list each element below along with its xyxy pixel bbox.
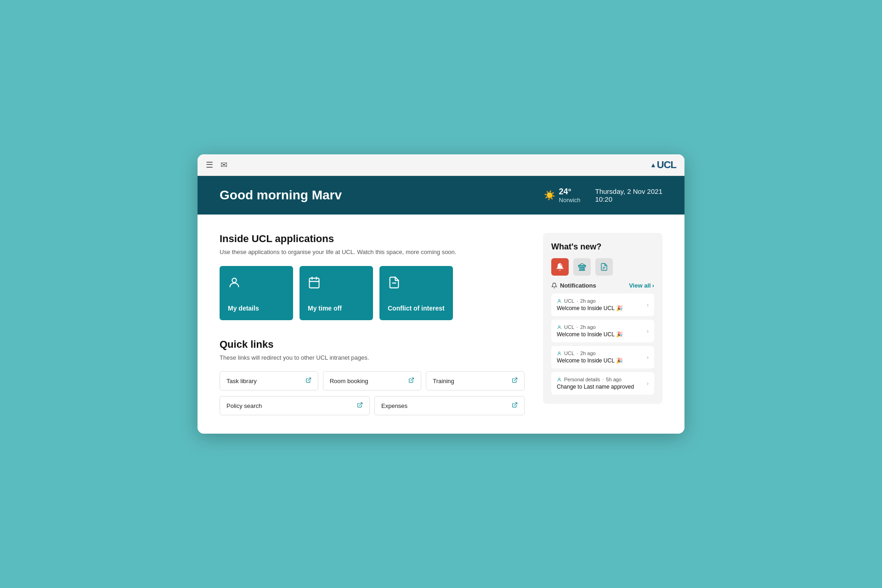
training-external-icon <box>512 377 518 384</box>
expenses-link[interactable]: Expenses <box>374 396 525 415</box>
notification-item-4[interactable]: Personal details · 5h ago Change to Last… <box>551 372 654 395</box>
notif-message-4: Change to Last name approved <box>557 384 647 390</box>
app-cards: My details My time off <box>220 266 525 320</box>
date-text: Thursday, 2 Nov 2021 <box>595 187 662 195</box>
room-booking-external-icon <box>408 377 414 384</box>
browser-toolbar: ☰ ✉ ▲ UCL <box>198 154 684 176</box>
notif-content-4: Personal details · 5h ago Change to Last… <box>557 377 647 390</box>
svg-point-23 <box>559 378 560 379</box>
chevron-right-icon: › <box>652 282 654 289</box>
greeting-text: Good morning Marv <box>220 188 342 203</box>
policy-search-external-icon <box>357 402 363 409</box>
svg-rect-17 <box>583 267 584 271</box>
notif-time-text-2: 2h ago <box>580 324 596 330</box>
task-library-external-icon <box>305 377 311 384</box>
notifications-tab[interactable]: ! <box>551 258 569 276</box>
notifications-label: Notifications <box>551 282 596 289</box>
notif-time-1: · <box>577 298 578 304</box>
svg-rect-16 <box>582 267 582 271</box>
my-details-label: My details <box>228 305 259 312</box>
view-all-text: View all <box>629 282 650 289</box>
expenses-external-icon <box>512 402 518 409</box>
notification-item-1[interactable]: UCL · 2h ago Welcome to Inside UCL 🎉 › <box>551 294 654 316</box>
notif-content-2: UCL · 2h ago Welcome to Inside UCL 🎉 <box>557 324 647 338</box>
main-content: Inside UCL applications Use these applic… <box>198 215 684 434</box>
svg-point-20 <box>559 299 560 301</box>
left-column: Inside UCL applications Use these applic… <box>220 233 525 415</box>
room-booking-label: Room booking <box>330 378 368 384</box>
training-link[interactable]: Training <box>426 371 525 390</box>
temperature: 24° <box>559 187 581 197</box>
notif-time-text-3: 2h ago <box>580 351 596 356</box>
notifications-text: Notifications <box>560 282 596 289</box>
quick-links-subtitle: These links will redirect you to other U… <box>220 353 525 362</box>
my-details-icon <box>228 276 241 292</box>
my-time-off-label: My time off <box>308 305 342 312</box>
task-library-label: Task library <box>226 378 257 384</box>
applications-subtitle: Use these applications to organise your … <box>220 248 525 257</box>
notif-source-3: UCL · 2h ago <box>557 351 647 356</box>
notif-source-text-2: UCL <box>564 324 574 330</box>
room-booking-link[interactable]: Room booking <box>323 371 422 390</box>
quick-links-row1: Task library Room booking Training <box>220 371 525 390</box>
conflict-label: Conflict of interest <box>388 305 445 312</box>
location: Norwich <box>559 197 581 204</box>
my-details-card[interactable]: My details <box>220 266 293 320</box>
notif-source-text-4: Personal details <box>564 377 600 382</box>
whats-new-title: What's new? <box>551 242 654 252</box>
notif-chevron-3: › <box>647 354 649 361</box>
menu-icon[interactable]: ☰ <box>206 160 213 170</box>
my-time-off-icon <box>308 276 321 292</box>
time-text: 10:20 <box>595 195 662 203</box>
quick-links-row2: Policy search Expenses <box>220 396 525 415</box>
training-label: Training <box>433 378 454 384</box>
notif-chevron-4: › <box>647 380 649 387</box>
policy-search-link[interactable]: Policy search <box>220 396 370 415</box>
notif-chevron-1: › <box>647 301 649 308</box>
svg-rect-15 <box>580 267 581 271</box>
svg-line-10 <box>514 403 517 406</box>
notif-source-text-1: UCL <box>564 298 574 304</box>
quick-links-title: Quick links <box>220 339 525 351</box>
whats-new-tabs: ! <box>551 258 654 276</box>
notif-content-3: UCL · 2h ago Welcome to Inside UCL 🎉 <box>557 351 647 364</box>
view-all-link[interactable]: View all › <box>629 282 654 289</box>
date-time-block: Thursday, 2 Nov 2021 10:20 <box>595 187 662 203</box>
document-tab[interactable] <box>595 258 613 276</box>
notif-time-text-1: 2h ago <box>580 298 596 304</box>
header-bar: Good morning Marv ☀️ 24° Norwich Thursda… <box>198 176 684 215</box>
svg-line-6 <box>308 378 311 381</box>
task-library-link[interactable]: Task library <box>220 371 318 390</box>
notifications-header: Notifications View all › <box>551 282 654 289</box>
notif-source-4: Personal details · 5h ago <box>557 377 647 382</box>
right-column: What's new? ! <box>543 233 662 415</box>
svg-point-22 <box>559 351 560 353</box>
inbox-icon[interactable]: ✉ <box>220 160 227 170</box>
notif-chevron-2: › <box>647 328 649 334</box>
notification-item-2[interactable]: UCL · 2h ago Welcome to Inside UCL 🎉 › <box>551 320 654 342</box>
svg-point-0 <box>232 278 236 282</box>
svg-line-7 <box>411 378 414 381</box>
notification-item-3[interactable]: UCL · 2h ago Welcome to Inside UCL 🎉 › <box>551 346 654 368</box>
notif-source-text-3: UCL <box>564 351 574 356</box>
expenses-label: Expenses <box>381 402 407 409</box>
notif-content-1: UCL · 2h ago Welcome to Inside UCL 🎉 <box>557 298 647 311</box>
conflict-of-interest-card[interactable]: Conflict of interest <box>379 266 453 320</box>
whats-new-panel: What's new? ! <box>543 233 662 404</box>
applications-title: Inside UCL applications <box>220 233 525 245</box>
svg-line-8 <box>514 378 517 381</box>
notif-source-1: UCL · 2h ago <box>557 298 647 304</box>
svg-rect-1 <box>310 278 319 288</box>
svg-line-9 <box>359 403 362 406</box>
notif-source-2: UCL · 2h ago <box>557 324 647 330</box>
conflict-icon <box>388 276 401 292</box>
notif-message-2: Welcome to Inside UCL 🎉 <box>557 331 647 338</box>
institution-tab[interactable] <box>573 258 591 276</box>
policy-search-label: Policy search <box>226 402 262 409</box>
notif-message-1: Welcome to Inside UCL 🎉 <box>557 305 647 311</box>
ucl-triangle: ▲ <box>650 161 656 169</box>
my-time-off-card[interactable]: My time off <box>300 266 373 320</box>
notif-time-text-4: 5h ago <box>606 377 622 382</box>
ucl-text: UCL <box>657 159 676 171</box>
browser-window: ☰ ✉ ▲ UCL Good morning Marv ☀️ 24° Norwi… <box>198 154 684 434</box>
